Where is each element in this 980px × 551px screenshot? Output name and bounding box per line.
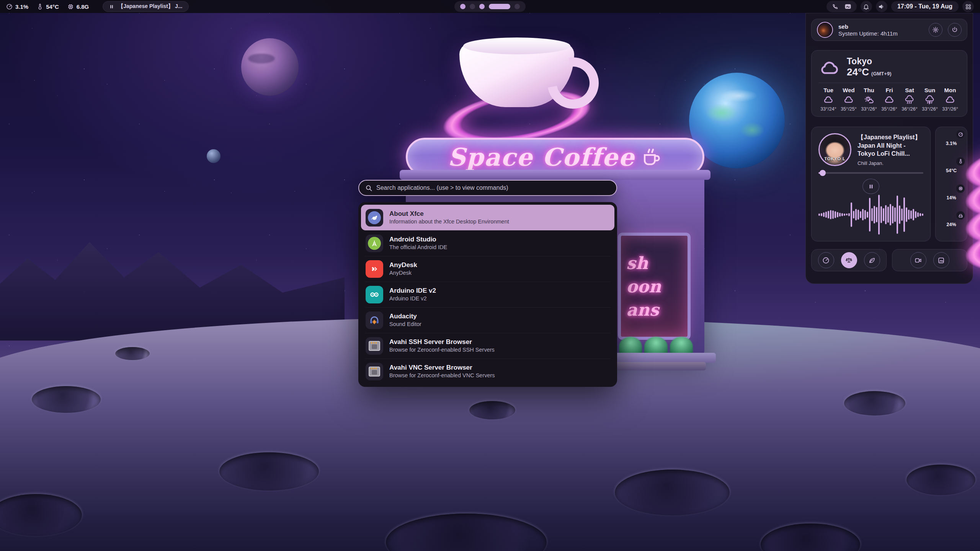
window-neon-line: oon bbox=[626, 277, 661, 296]
disk-gauge: 24% bbox=[939, 213, 963, 236]
album-art[interactable]: TOKYO L bbox=[818, 133, 851, 166]
app-row-anydesk[interactable]: AnyDesk AnyDesk bbox=[361, 256, 614, 282]
app-row-avahi-vnc[interactable]: Avahi VNC Server Browser Browse for Zero… bbox=[361, 359, 614, 384]
weather-temp: 24°C bbox=[847, 66, 869, 78]
screen-record-button[interactable] bbox=[910, 252, 926, 268]
notifications-button[interactable] bbox=[861, 1, 872, 12]
phone-icon[interactable] bbox=[832, 3, 838, 10]
window-neon-line: ans bbox=[626, 300, 659, 320]
pause-icon bbox=[868, 184, 874, 189]
rain-icon bbox=[904, 95, 915, 104]
cloud-icon bbox=[884, 95, 895, 104]
app-description: AnyDesk bbox=[389, 269, 417, 277]
leaf-icon bbox=[868, 257, 875, 264]
eco-mode-button[interactable] bbox=[864, 252, 880, 268]
search-input[interactable] bbox=[376, 184, 610, 191]
anydesk-icon bbox=[366, 260, 383, 278]
workspace-dot-1[interactable] bbox=[460, 4, 466, 9]
workspace-dot-5[interactable] bbox=[514, 4, 520, 9]
app-row-about-xfce[interactable]: About Xfce Information about the Xfce De… bbox=[361, 205, 614, 230]
tray-pill bbox=[826, 1, 857, 12]
audacity-icon bbox=[366, 311, 383, 329]
user-card: seb System Uptime: 4h11m bbox=[811, 19, 967, 41]
app-row-arduino[interactable]: Arduino IDE v2 Arduino IDE v2 bbox=[361, 282, 614, 307]
avatar[interactable] bbox=[817, 22, 833, 38]
cpu-usage-value: 3.1% bbox=[15, 3, 28, 10]
forecast-day: Tue 33°/24° bbox=[818, 87, 838, 112]
app-row-android-studio[interactable]: Android Studio The official Android IDE bbox=[361, 230, 614, 256]
neon-sign-text: Space Coffee bbox=[448, 143, 635, 171]
temperature-stat[interactable]: 54°C bbox=[37, 3, 59, 10]
thermometer-icon bbox=[958, 159, 963, 164]
bell-icon bbox=[863, 3, 869, 10]
balanced-mode-button[interactable] bbox=[841, 252, 857, 268]
cloud-icon bbox=[843, 95, 854, 104]
network-port-icon bbox=[366, 363, 383, 380]
power-button[interactable] bbox=[948, 23, 962, 37]
search-icon bbox=[365, 184, 372, 192]
system-uptime: System Uptime: 4h11m bbox=[838, 30, 898, 37]
app-description: Arduino IDE v2 bbox=[389, 295, 436, 302]
app-title: About Xfce bbox=[389, 210, 509, 218]
clock[interactable]: 17:09 - Tue, 19 Aug bbox=[891, 1, 959, 12]
forecast-day: Thu 33°/26° bbox=[859, 87, 879, 112]
track-title: 【Japanese Playlist】 Japan All Night - To… bbox=[858, 133, 923, 158]
xfce-mouse-icon bbox=[366, 209, 383, 227]
temperature-gauge: 54°C bbox=[939, 159, 963, 183]
app-description: Information about the Xfce Desktop Envir… bbox=[389, 218, 509, 225]
window-neon-line: sh bbox=[626, 253, 648, 273]
cloud-icon bbox=[818, 59, 841, 76]
gear-icon bbox=[932, 26, 939, 33]
workspace-dot-4-active[interactable] bbox=[489, 4, 510, 9]
neon-cup-icon bbox=[640, 146, 662, 168]
seek-handle[interactable] bbox=[820, 170, 826, 176]
forecast-day: Mon 33°/26° bbox=[940, 87, 960, 112]
app-title: Avahi SSH Server Browser bbox=[389, 338, 495, 346]
cpu-usage-stat[interactable]: 3.1% bbox=[6, 3, 28, 10]
mode-buttons bbox=[811, 249, 887, 271]
gauge-icon bbox=[958, 132, 963, 137]
top-panel: 3.1% 54°C 6.8G 【Japanese Playlist】 J... bbox=[0, 0, 980, 13]
weather-timezone: (GMT+9) bbox=[871, 71, 891, 77]
app-description: Browse for Zeroconf-enabled VNC Servers bbox=[389, 372, 495, 379]
system-stats: 3.1% 54°C 6.8G 【Japanese Playlist】 J... bbox=[6, 1, 189, 12]
app-title: Avahi VNC Server Browser bbox=[389, 364, 495, 372]
thermometer-icon bbox=[37, 3, 43, 10]
memory-stat[interactable]: 6.8G bbox=[67, 3, 89, 10]
divider bbox=[818, 83, 960, 83]
speaker-icon bbox=[878, 3, 885, 10]
image-icon[interactable] bbox=[844, 3, 851, 10]
network-port-icon bbox=[366, 337, 383, 355]
launcher-search[interactable] bbox=[358, 180, 617, 196]
workspace-dot-2[interactable] bbox=[470, 4, 475, 9]
grid-icon bbox=[965, 3, 972, 10]
volume-button[interactable] bbox=[876, 1, 887, 12]
seek-bar[interactable] bbox=[818, 172, 923, 174]
app-description: Sound Editor bbox=[389, 321, 421, 328]
app-description: Browse for Zeroconf-enabled SSH Servers bbox=[389, 346, 495, 354]
performance-mode-button[interactable] bbox=[818, 252, 834, 268]
temperature-value: 54°C bbox=[46, 3, 59, 10]
app-launcher: About Xfce Information about the Xfce De… bbox=[358, 180, 617, 387]
app-results-list: About Xfce Information about the Xfce De… bbox=[358, 202, 617, 387]
app-description: The official Android IDE bbox=[389, 244, 447, 251]
username: seb bbox=[838, 23, 898, 30]
forecast-day: Sat 36°/26° bbox=[900, 87, 920, 112]
small-moon bbox=[207, 149, 220, 163]
settings-button[interactable] bbox=[929, 23, 942, 37]
album-art-label: TOKYO L bbox=[820, 156, 850, 161]
now-playing-pill[interactable]: 【Japanese Playlist】 J... bbox=[103, 1, 189, 12]
play-pause-button[interactable] bbox=[862, 179, 879, 194]
forecast-day: Sun 33°/26° bbox=[920, 87, 940, 112]
app-row-audacity[interactable]: Audacity Sound Editor bbox=[361, 307, 614, 333]
overview-button[interactable] bbox=[962, 1, 974, 12]
app-row-avahi-ssh[interactable]: Avahi SSH Server Browser Browse for Zero… bbox=[361, 333, 614, 359]
chip-icon bbox=[67, 3, 74, 10]
workspace-dot-3[interactable] bbox=[479, 4, 485, 9]
pause-icon bbox=[109, 4, 114, 9]
now-playing-text: 【Japanese Playlist】 J... bbox=[118, 3, 182, 10]
cpu-gauge: 3.1% bbox=[939, 132, 963, 155]
weather-card: Tokyo 24°C(GMT+9) Tue 33°/24° Wed 35°/25… bbox=[811, 50, 967, 117]
ram-gauge: 14% bbox=[939, 186, 963, 210]
shop-window: sh oon ans bbox=[618, 233, 691, 340]
